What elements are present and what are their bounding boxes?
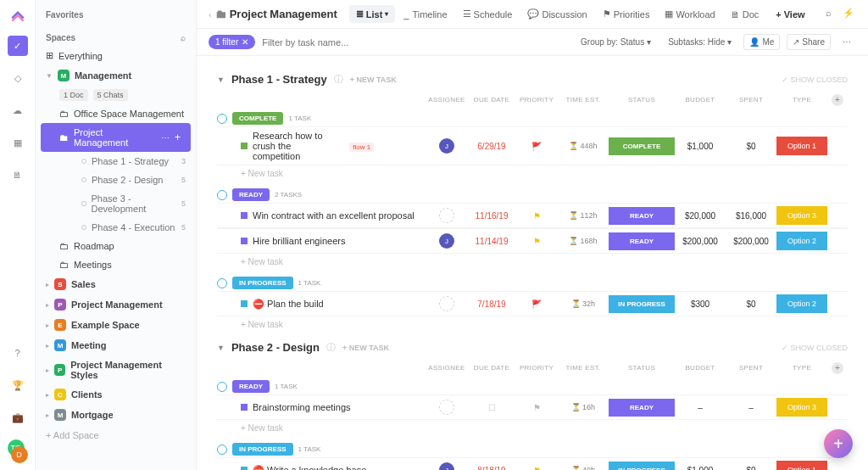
collapse-toggle[interactable] xyxy=(217,382,227,392)
group-by-dropdown[interactable]: Group by: Status ▾ xyxy=(576,35,656,49)
sidebar-list-item[interactable]: Phase 3 - Development 5 xyxy=(36,189,196,218)
time-estimate-cell[interactable]: ⏳112h xyxy=(558,211,609,220)
rail-dashboards-icon[interactable]: ▦ xyxy=(8,132,28,153)
due-date-cell[interactable]: 8/18/19 xyxy=(468,466,515,471)
sidebar-folder-office-space[interactable]: 🗀 Office Space Management xyxy=(36,104,196,123)
priority-cell[interactable]: ⚑ xyxy=(515,466,558,471)
task-row[interactable]: Brainstorming meetings ⊕ ☐ ⚑ ⏳16h READY … xyxy=(217,394,848,420)
subtask-tag[interactable]: flow 1 xyxy=(349,143,374,152)
search-icon[interactable]: ⌕ xyxy=(826,8,839,21)
assignee-avatar[interactable]: J xyxy=(439,138,454,154)
rail-docs-icon[interactable]: 🗎 xyxy=(8,165,28,185)
spent-cell[interactable]: $200,000 xyxy=(726,237,776,246)
due-date-cell[interactable]: 11/16/19 xyxy=(468,211,515,221)
more-icon[interactable]: ⋯ xyxy=(161,133,170,143)
add-space-button[interactable]: + Add Space xyxy=(36,425,196,445)
sidebar-list-item[interactable]: Phase 2 - Design 5 xyxy=(36,171,196,189)
priority-cell[interactable]: ⚑ xyxy=(515,403,558,412)
task-row[interactable]: Research how to crush the competition fl… xyxy=(217,126,848,165)
task-row[interactable]: ⛔ Plan the build ⊕ 7/18/19 🚩 ⏳32h IN PRO… xyxy=(217,291,848,316)
new-task-button[interactable]: + NEW TASK xyxy=(350,76,397,84)
due-date-cell[interactable]: 7/18/19 xyxy=(468,299,515,309)
view-tab-schedule[interactable]: ☰ Schedule xyxy=(456,5,520,23)
budget-cell[interactable]: $200,000 xyxy=(675,237,726,246)
time-estimate-cell[interactable]: ⏳16h xyxy=(558,403,609,411)
group-header[interactable]: IN PROGRESS 1 TASK xyxy=(217,277,848,289)
new-task-inline-button[interactable]: + New task xyxy=(217,254,848,270)
sidebar-space-item[interactable]: ▸ S Sales xyxy=(36,274,196,294)
group-header[interactable]: IN PROGRESS 1 TASK xyxy=(217,443,848,456)
sidebar-space-item[interactable]: ▸ P Project Management xyxy=(36,294,196,315)
assignee-cell[interactable]: ⊕ xyxy=(426,296,468,311)
sidebar-list-item[interactable]: Phase 1 - Strategy 3 xyxy=(36,152,196,171)
back-icon[interactable]: ‹ xyxy=(209,9,212,20)
app-logo[interactable] xyxy=(9,7,26,24)
task-row[interactable]: ⛔ Write a knowledge base J 8/18/19 ⚑ ⏳40… xyxy=(217,457,848,470)
search-icon[interactable]: ⌕ xyxy=(181,33,186,42)
info-icon[interactable]: ⓘ xyxy=(326,341,336,354)
filter-search-input[interactable] xyxy=(262,37,415,48)
new-task-button[interactable]: + NEW TASK xyxy=(342,344,389,352)
plus-icon[interactable]: + xyxy=(175,131,181,143)
rail-inbox-icon[interactable]: ☁ xyxy=(8,100,28,120)
new-task-inline-button[interactable]: + New task xyxy=(217,420,848,436)
sidebar-space-item[interactable]: ▸ M Meeting xyxy=(36,335,196,355)
spent-cell[interactable]: $16,000 xyxy=(726,211,776,221)
spent-cell[interactable]: $0 xyxy=(726,299,776,309)
new-task-inline-button[interactable]: + New task xyxy=(217,316,848,333)
sidebar-space-management[interactable]: ▼ M Management xyxy=(36,65,196,86)
assignee-cell[interactable]: ⊕ xyxy=(426,208,468,223)
rail-trophy-icon[interactable]: 🏆 xyxy=(8,375,28,395)
chevron-down-icon[interactable]: ▼ xyxy=(217,344,225,352)
status-cell[interactable]: IN PROGRESS xyxy=(609,462,675,471)
more-icon[interactable]: ⋯ xyxy=(837,35,856,49)
spent-cell[interactable]: $0 xyxy=(726,466,776,471)
status-cell[interactable]: COMPLETE xyxy=(609,137,675,155)
fab-new-button[interactable]: + xyxy=(824,429,853,458)
task-name-cell[interactable]: ⛔ Plan the build xyxy=(241,295,426,313)
doc-chip[interactable]: 1 Doc xyxy=(59,89,88,101)
budget-cell[interactable]: $300 xyxy=(675,299,726,309)
assignee-avatar[interactable]: J xyxy=(439,462,454,470)
me-filter-button[interactable]: 👤 Me xyxy=(743,34,780,50)
rail-work-icon[interactable]: 💼 xyxy=(8,407,28,428)
view-tab-list[interactable]: ≣ List ▾ xyxy=(349,5,396,23)
type-cell[interactable]: Option 1 xyxy=(776,461,827,470)
sidebar-space-item[interactable]: ▸ M Mortgage xyxy=(36,405,196,425)
rail-home-icon[interactable]: ✓ xyxy=(8,36,28,56)
priority-cell[interactable]: 🚩 xyxy=(515,142,558,151)
assignee-cell[interactable]: J xyxy=(426,138,468,154)
priority-cell[interactable]: 🚩 xyxy=(515,299,558,309)
task-row[interactable]: Hire brilliant engineers J 11/14/19 ⚑ ⏳1… xyxy=(217,228,848,254)
budget-cell[interactable]: – xyxy=(675,403,726,412)
task-name-cell[interactable]: ⛔ Write a knowledge base xyxy=(241,462,426,471)
due-date-cell[interactable]: ☐ xyxy=(468,403,515,412)
view-tab-priorities[interactable]: ⚑ Priorities xyxy=(596,5,657,23)
type-cell[interactable]: Option 3 xyxy=(776,398,827,417)
task-name-cell[interactable]: Brainstorming meetings xyxy=(241,399,426,416)
assignee-cell[interactable]: J xyxy=(426,233,468,249)
rail-help-icon[interactable]: ? xyxy=(8,343,28,363)
new-task-inline-button[interactable]: + New task xyxy=(217,165,848,182)
sidebar-folder-meetings[interactable]: 🗀 Meetings xyxy=(36,255,196,274)
add-column-button[interactable]: + xyxy=(832,362,843,374)
sidebar-list-item[interactable]: Phase 4 - Execution 5 xyxy=(36,218,196,237)
view-tab-timeline[interactable]: ⎯ Timeline xyxy=(397,5,453,23)
view-tab-workload[interactable]: ▦ Workload xyxy=(658,5,721,23)
collapse-toggle[interactable] xyxy=(217,278,227,288)
subtasks-dropdown[interactable]: Subtasks: Hide ▾ xyxy=(663,35,737,49)
sidebar-space-item[interactable]: ▸ E Example Space xyxy=(36,315,196,335)
group-header[interactable]: READY 2 TASKS xyxy=(217,188,848,201)
assignee-empty[interactable]: ⊕ xyxy=(439,296,454,311)
collapse-toggle[interactable] xyxy=(217,190,227,200)
status-cell[interactable]: IN PROGRESS xyxy=(609,295,675,313)
group-header[interactable]: COMPLETE 1 TASK xyxy=(217,112,848,125)
sidebar-space-item[interactable]: ▸ C Clients xyxy=(36,384,196,405)
time-estimate-cell[interactable]: ⏳40h xyxy=(558,466,609,470)
time-estimate-cell[interactable]: ⏳168h xyxy=(558,237,609,245)
collapse-toggle[interactable] xyxy=(217,114,227,124)
rail-notifications-icon[interactable]: ◇ xyxy=(8,68,28,88)
budget-cell[interactable]: $1,000 xyxy=(675,466,726,471)
sidebar-folder-roadmap[interactable]: 🗀 Roadmap xyxy=(36,237,196,255)
chats-chip[interactable]: 5 Chats xyxy=(93,89,128,101)
